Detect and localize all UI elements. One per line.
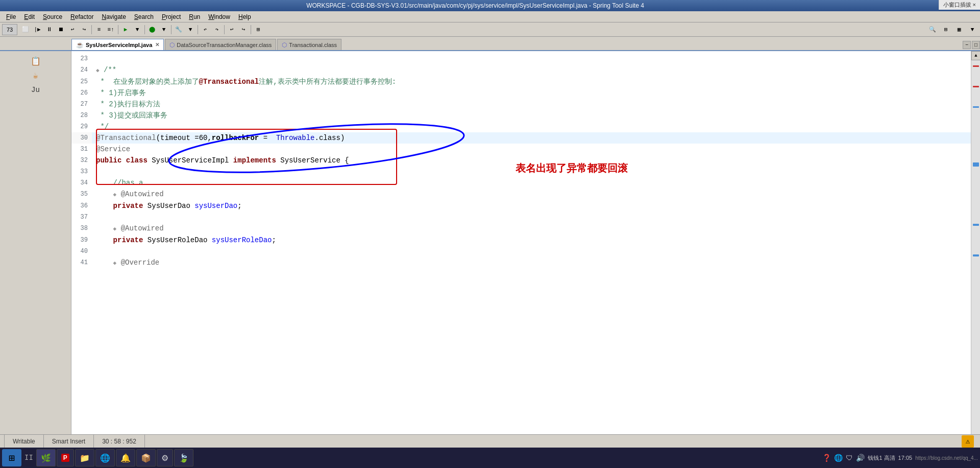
status-writable: Writable: [4, 435, 44, 448]
toolbar-btn-2[interactable]: |▶: [32, 24, 43, 35]
code-line-26: 26 * 1)开启事务: [71, 87, 971, 99]
scroll-track: [971, 60, 980, 443]
right-scrollbar[interactable]: ▲ ▼: [971, 51, 980, 453]
package-icon: 📦: [141, 453, 151, 463]
tray-network[interactable]: 🌐: [834, 454, 843, 462]
code-line-35: 35 ◆ @Autowired: [71, 189, 971, 200]
toolbar-btn-3[interactable]: ⏸: [43, 24, 55, 35]
toolbar-btn-11[interactable]: ⬤: [146, 24, 158, 35]
tray-volume[interactable]: 🔊: [856, 454, 865, 462]
leaf-icon: 🍃: [179, 453, 189, 463]
search-icon[interactable]: 🔍: [927, 24, 938, 35]
left-sidebar: 📋 ☕ Ju: [0, 51, 71, 453]
menubar: File Edit Source Refactor Navigate Searc…: [0, 11, 980, 22]
toolbar-btn-1[interactable]: ⬜: [20, 24, 31, 35]
menu-refactor[interactable]: Refactor: [66, 12, 97, 21]
code-line-41: 41 ◆ @Override: [71, 257, 971, 269]
titlebar-text: WORKSPACE - CGB-DB-SYS-V3.01/src/main/ja…: [4, 2, 946, 9]
toolbar-btn-15[interactable]: ↶: [200, 24, 211, 35]
tray-question[interactable]: ❓: [822, 454, 831, 462]
tab-maximize[interactable]: □: [972, 41, 980, 49]
toolbar-btn-9[interactable]: ▶: [120, 24, 131, 35]
taskbar-tray: ❓ 🌐 🛡 🔊 钱钱1 高清 17:05 https://blog.csdn.n…: [822, 454, 978, 462]
statusbar: Writable Smart Insert 30 : 58 : 952 ⚠: [0, 434, 980, 448]
tab-datasource[interactable]: ⬡ DataSourceTransactionManager.class: [165, 39, 276, 50]
taskbar-app-spring[interactable]: 🌿: [36, 449, 56, 466]
settings-icon: ⚙: [161, 453, 168, 463]
taskbar-app-package[interactable]: 📦: [136, 449, 156, 466]
taskbar-app-settings[interactable]: ⚙: [157, 449, 173, 466]
code-line-37: 37: [71, 212, 971, 223]
toolbar-right-3[interactable]: ▼: [967, 24, 978, 35]
browser-icon: 🌐: [100, 453, 110, 463]
annotation-marker-blue: [973, 106, 979, 108]
scroll-thumb-indicator[interactable]: [973, 162, 979, 167]
taskbar-pause[interactable]: II: [22, 454, 35, 462]
taskbar-start-button[interactable]: ⊞: [2, 449, 21, 466]
toolbar-sep-7: [251, 25, 251, 34]
toolbar-sep-6: [224, 25, 225, 34]
toolbar-sep-4: [171, 25, 172, 34]
taskbar-app-p[interactable]: P: [57, 449, 74, 466]
scroll-up-arrow[interactable]: ▲: [971, 51, 980, 60]
tray-time: 17:05: [898, 455, 913, 461]
toolbar-btn-14[interactable]: ▼: [185, 24, 196, 35]
red-annotation-text: 表名出现了异常都要回滚: [516, 161, 628, 175]
code-line-34: 34 //has a: [71, 177, 971, 189]
menu-file[interactable]: File: [2, 12, 20, 21]
toolbar-btn-12[interactable]: ▼: [158, 24, 169, 35]
menu-run[interactable]: Run: [185, 12, 204, 21]
toolbar-btn-17[interactable]: ↩: [226, 24, 237, 35]
status-warning-icon: ⚠: [962, 435, 974, 448]
taskbar-app-file[interactable]: 📁: [75, 449, 94, 466]
taskbar: ⊞ II 🌿 P 📁 🌐 🔔 📦 ⚙ 🍃 ❓ 🌐 🛡 🔊 钱钱1 高清 17:0…: [0, 448, 980, 468]
toolbar-btn-6[interactable]: ↪: [79, 24, 90, 35]
menu-navigate[interactable]: Navigate: [97, 12, 130, 21]
code-line-38: 38 ◆ @Autowired: [71, 223, 971, 235]
tab-transactional[interactable]: ⬡ Transactional.class: [277, 39, 341, 50]
tab-sysuserserviceimpl[interactable]: ☕ SysUserServiceImpl.java ✕: [71, 39, 164, 50]
menu-project[interactable]: Project: [158, 12, 185, 21]
tabbar: ☕ SysUserServiceImpl.java ✕ ⬡ DataSource…: [0, 37, 980, 51]
toolbar-btn-8[interactable]: ≡↑: [105, 24, 116, 35]
toolbar-right-2[interactable]: ▦: [953, 24, 965, 35]
tray-shield[interactable]: 🛡: [846, 454, 853, 462]
menu-help[interactable]: Help: [234, 12, 255, 21]
menu-edit[interactable]: Edit: [20, 12, 39, 21]
taskbar-app-leaf[interactable]: 🍃: [174, 449, 193, 466]
toolbar-btn-16[interactable]: ↷: [211, 24, 223, 35]
toolbar-btn-18[interactable]: ↪: [238, 24, 249, 35]
taskbar-app-browser[interactable]: 🌐: [95, 449, 115, 466]
toolbar-right-1[interactable]: ⊞: [940, 24, 951, 35]
p-icon: P: [61, 454, 69, 462]
folder-icon: 📁: [80, 453, 90, 463]
sidebar-icon-3[interactable]: Ju: [30, 84, 42, 96]
taskbar-app-notification[interactable]: 🔔: [116, 449, 135, 466]
sidebar-icon-1[interactable]: 📋: [30, 55, 42, 67]
status-smart-insert: Smart Insert: [44, 435, 94, 448]
class-file-icon-2: ⬡: [282, 41, 287, 49]
sidebar-icon-2[interactable]: ☕: [30, 69, 42, 82]
menu-search[interactable]: Search: [130, 12, 158, 21]
menu-source[interactable]: Source: [39, 12, 66, 21]
toolbar-btn-7[interactable]: ≡: [93, 24, 105, 35]
toolbar-btn-5[interactable]: ↩: [67, 24, 78, 35]
tab-minimize[interactable]: −: [963, 41, 971, 49]
toolbar: 73 ⬜ |▶ ⏸ ⏹ ↩ ↪ ≡ ≡↑ ▶ ▼ ⬤ ▼ 🔧 ▼ ↶ ↷ ↩ ↪…: [0, 22, 980, 37]
editor-lines: 23 24 ◆ /** 25 * 在业务层对象的类上添加了@Transactio…: [71, 51, 971, 271]
annotation-marker-blue-2: [973, 224, 979, 226]
titlebar: WORKSPACE - CGB-DB-SYS-V3.01/src/main/ja…: [0, 0, 980, 11]
toolbar-btn-13[interactable]: 🔧: [173, 24, 184, 35]
toolbar-sep-3: [144, 25, 145, 34]
toolbar-btn-4[interactable]: ⏹: [55, 24, 66, 35]
toolbar-btn-10[interactable]: ▼: [132, 24, 143, 35]
code-line-27: 27 * 2)执行目标方法: [71, 99, 971, 110]
toolbar-btn-19[interactable]: ⊞: [253, 24, 264, 35]
line-indicator: 73: [2, 24, 17, 35]
menu-window[interactable]: Window: [204, 12, 234, 21]
tray-time-right: 钱钱1 高清: [868, 454, 895, 462]
class-file-icon-1: ⬡: [169, 41, 175, 49]
code-line-23: 23: [71, 53, 971, 64]
tab-close-1[interactable]: ✕: [155, 42, 159, 48]
toolbar-sep-5: [198, 25, 198, 34]
